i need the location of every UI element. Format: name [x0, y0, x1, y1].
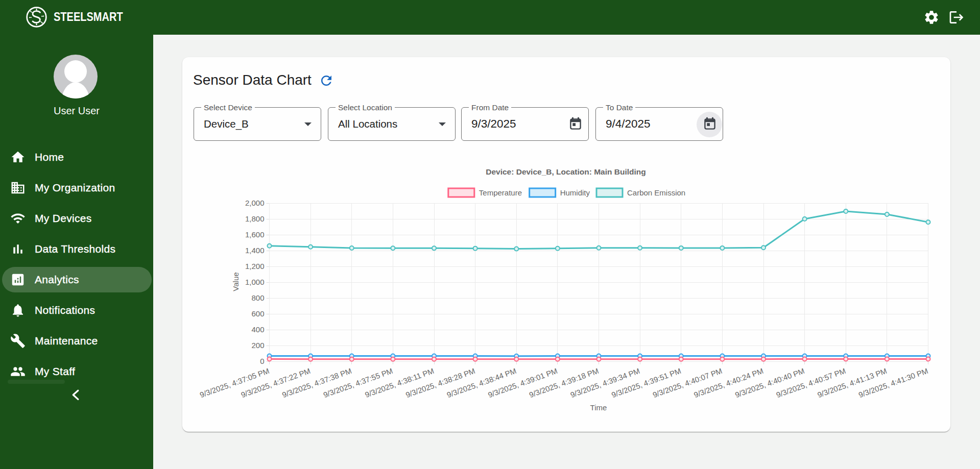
svg-text:800: 800	[251, 293, 264, 302]
svg-text:9/3/2025, 4:41:30 PM: 9/3/2025, 4:41:30 PM	[857, 366, 929, 400]
svg-text:9/3/2025, 4:39:01 PM: 9/3/2025, 4:39:01 PM	[487, 366, 559, 400]
svg-text:600: 600	[251, 309, 264, 318]
svg-text:9/3/2025, 4:38:11 PM: 9/3/2025, 4:38:11 PM	[364, 366, 435, 399]
svg-text:9/3/2025, 4:39:51 PM: 9/3/2025, 4:39:51 PM	[610, 366, 682, 400]
svg-text:9/3/2025, 4:38:44 PM: 9/3/2025, 4:38:44 PM	[446, 366, 518, 400]
svg-text:9/3/2025, 4:39:34 PM: 9/3/2025, 4:39:34 PM	[569, 366, 641, 400]
svg-text:2,000: 2,000	[245, 199, 265, 207]
svg-text:1,600: 1,600	[245, 230, 265, 239]
svg-text:9/3/2025, 4:37:38 PM: 9/3/2025, 4:37:38 PM	[281, 366, 353, 400]
svg-text:9/3/2025, 4:37:22 PM: 9/3/2025, 4:37:22 PM	[240, 366, 312, 400]
svg-text:200: 200	[251, 341, 264, 350]
svg-text:Time: Time	[590, 403, 607, 412]
svg-text:9/3/2025, 4:38:28 PM: 9/3/2025, 4:38:28 PM	[404, 366, 476, 400]
svg-text:Value: Value	[231, 272, 240, 291]
svg-text:0: 0	[260, 357, 264, 365]
svg-text:9/3/2025, 4:37:55 PM: 9/3/2025, 4:37:55 PM	[322, 366, 394, 400]
svg-text:9/3/2025, 4:40:57 PM: 9/3/2025, 4:40:57 PM	[775, 366, 847, 400]
svg-text:9/3/2025, 4:40:40 PM: 9/3/2025, 4:40:40 PM	[734, 366, 806, 400]
svg-text:9/3/2025, 4:40:07 PM: 9/3/2025, 4:40:07 PM	[652, 366, 724, 400]
svg-text:Device: Device_B, Location: Ma: Device: Device_B, Location: Main Buildin…	[486, 167, 646, 176]
svg-text:1,200: 1,200	[245, 262, 265, 270]
svg-text:9/3/2025, 4:37:05 PM: 9/3/2025, 4:37:05 PM	[199, 366, 271, 400]
svg-text:1,000: 1,000	[245, 278, 265, 286]
svg-text:Humidity: Humidity	[560, 188, 590, 197]
svg-text:400: 400	[251, 325, 264, 334]
svg-text:9/3/2025, 4:40:24 PM: 9/3/2025, 4:40:24 PM	[692, 366, 764, 400]
svg-text:Temperature: Temperature	[479, 188, 522, 197]
svg-text:9/3/2025, 4:39:18 PM: 9/3/2025, 4:39:18 PM	[528, 366, 600, 400]
svg-text:Carbon Emission: Carbon Emission	[627, 188, 685, 197]
svg-text:1,400: 1,400	[245, 246, 265, 255]
svg-text:1,800: 1,800	[245, 214, 265, 223]
svg-text:9/3/2025, 4:41:13 PM: 9/3/2025, 4:41:13 PM	[816, 366, 888, 400]
